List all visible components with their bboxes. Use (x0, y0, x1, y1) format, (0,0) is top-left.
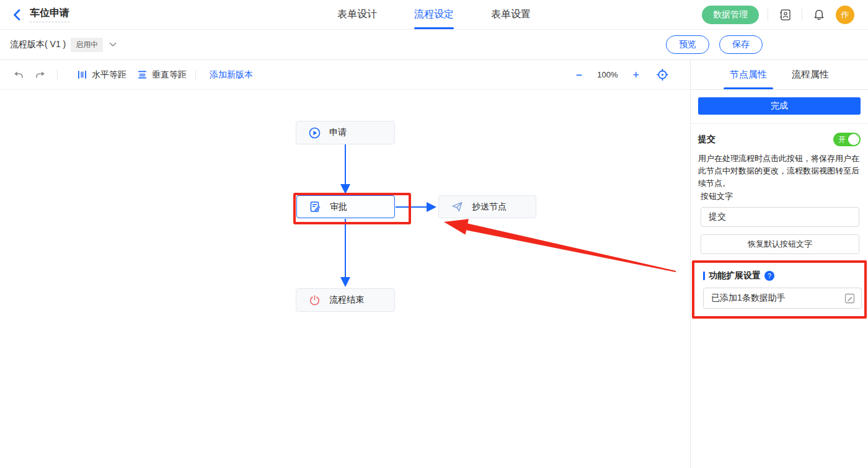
zoom-in-button[interactable]: + (632, 69, 639, 81)
horizontal-spacing-button[interactable]: 水平等距 (78, 69, 126, 81)
node-approval[interactable]: 审批 (296, 195, 395, 218)
edit-pencil-icon[interactable] (844, 293, 855, 304)
toggle-on-label: 开 (838, 135, 846, 145)
preview-button[interactable]: 预览 (666, 35, 709, 54)
page-title: 车位申请 (30, 7, 69, 22)
notifications-bell-icon[interactable] (811, 7, 827, 23)
save-button[interactable]: 保存 (719, 35, 763, 54)
node-label: 抄送节点 (472, 201, 507, 213)
user-avatar[interactable]: 作 (836, 6, 854, 24)
back-button[interactable] (10, 8, 24, 22)
contacts-book-icon[interactable] (777, 7, 793, 23)
header-tabs: 表单设计 流程设定 表单设置 (337, 0, 531, 29)
flow-canvas[interactable]: 申请 审批 抄送节点 流程结束 (0, 90, 690, 468)
horizontal-distribute-icon (78, 70, 87, 79)
data-assistant-field[interactable]: 已添加1条数据助手 (703, 288, 862, 309)
properties-panel: 节点属性 流程属性 完成 提交 开 用户在处理流程时点击此按钮，将保存用户在此节… (690, 60, 868, 468)
version-bar: 流程版本( V1 ) 启用中 预览 保存 (0, 30, 868, 60)
data-manage-button[interactable]: 数据管理 (702, 6, 759, 24)
extension-section-title: 功能扩展设置 (709, 270, 761, 281)
divider (57, 69, 58, 81)
toggle-knob (848, 134, 859, 145)
node-label: 审批 (330, 201, 347, 213)
data-assistant-value: 已添加1条数据助手 (711, 293, 844, 304)
node-cc[interactable]: 抄送节点 (438, 195, 536, 218)
vertical-spacing-label: 垂直等距 (152, 69, 187, 81)
tab-form-design[interactable]: 表单设计 (337, 0, 377, 29)
horizontal-spacing-label: 水平等距 (92, 69, 126, 81)
node-end[interactable]: 流程结束 (296, 288, 395, 312)
complete-button[interactable]: 完成 (698, 97, 861, 115)
canvas-toolbar: 水平等距 垂直等距 添加新版本 − 100% + (0, 60, 690, 90)
button-text-input[interactable] (701, 207, 859, 227)
help-question-icon[interactable]: ? (764, 271, 774, 281)
fit-center-target-icon[interactable] (654, 67, 670, 83)
version-dropdown-chevron-icon[interactable] (109, 42, 117, 47)
submit-section-title: 提交 (698, 134, 715, 145)
undo-icon[interactable] (10, 67, 26, 83)
power-icon (309, 294, 321, 306)
node-start[interactable]: 申请 (296, 121, 395, 144)
node-label: 流程结束 (329, 294, 364, 306)
vertical-spacing-button[interactable]: 垂直等距 (138, 69, 187, 81)
tab-node-properties[interactable]: 节点属性 (730, 60, 767, 89)
document-edit-icon (309, 201, 321, 213)
paper-plane-icon (451, 201, 463, 213)
zoom-out-button[interactable]: − (576, 69, 583, 81)
submit-description: 用户在处理流程时点击此按钮，将保存用户在此节点中对数据的更改，流程数据视图转至后… (698, 152, 861, 190)
play-circle-icon (309, 127, 321, 139)
restore-default-button[interactable]: 恢复默认按钮文字 (701, 234, 859, 254)
section-accent-bar (703, 272, 705, 280)
divider (768, 9, 768, 21)
annotation-rect-extension: 功能扩展设置 ? 已添加1条数据助手 (692, 260, 867, 319)
divider (691, 123, 868, 124)
submit-toggle[interactable]: 开 (833, 133, 861, 146)
redo-icon[interactable] (32, 67, 48, 83)
divider (195, 69, 196, 81)
tab-flow-setting[interactable]: 流程设定 (414, 0, 454, 29)
vertical-distribute-icon (138, 70, 147, 79)
zoom-level: 100% (597, 70, 618, 79)
flow-connectors (0, 90, 690, 468)
top-header: 车位申请 表单设计 流程设定 表单设置 数据管理 作 (0, 0, 868, 30)
tab-flow-properties[interactable]: 流程属性 (792, 60, 829, 89)
divider (802, 9, 802, 21)
status-badge: 启用中 (71, 38, 103, 52)
tab-form-settings[interactable]: 表单设置 (491, 0, 531, 29)
add-new-version-link[interactable]: 添加新版本 (210, 69, 253, 81)
chevron-left-icon (13, 9, 20, 20)
annotation-arrow (0, 90, 690, 468)
node-label: 申请 (329, 127, 347, 138)
button-text-label: 按钮文字 (701, 191, 861, 202)
flow-version-label: 流程版本( V1 ) (10, 39, 66, 50)
